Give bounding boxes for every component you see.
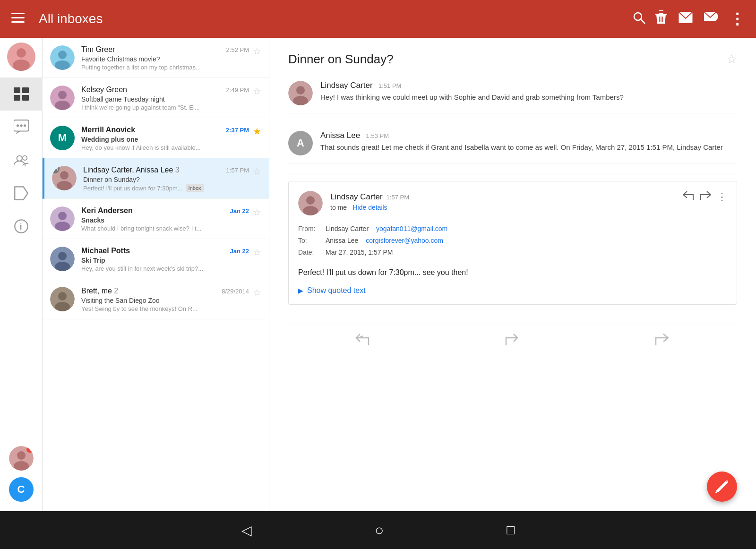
- account-avatar-1[interactable]: 1: [9, 446, 34, 471]
- email-sender-3: Merrill Anovick: [81, 126, 135, 134]
- reply-button[interactable]: [683, 191, 694, 203]
- to-email[interactable]: corgisforever@yahoo.com: [366, 235, 443, 247]
- svg-point-53: [58, 292, 67, 300]
- hide-details-link[interactable]: Hide details: [352, 204, 387, 211]
- user-avatar[interactable]: [7, 43, 35, 71]
- email-star-5[interactable]: ☆: [253, 206, 261, 218]
- email-sender-1: Tim Greer: [81, 45, 115, 54]
- svg-point-28: [23, 124, 26, 127]
- email-item-5[interactable]: Keri Andersen Jan 22 Snacks What should …: [43, 199, 269, 239]
- show-quoted-text-button[interactable]: ▶ Show quoted text: [298, 286, 727, 295]
- sidebar-item-labels[interactable]: [0, 177, 43, 210]
- email-star-6[interactable]: ☆: [253, 247, 261, 258]
- sidebar-bottom-avatars: 1 C: [9, 446, 34, 511]
- sidebar-item-all-inboxes[interactable]: [0, 77, 43, 111]
- svg-point-48: [55, 222, 70, 231]
- svg-point-57: [293, 96, 308, 105]
- message-sender-1: Lindsay Carter: [320, 81, 373, 90]
- email-star-7[interactable]: ☆: [253, 287, 261, 298]
- email-item-3[interactable]: M Merrill Anovick 2:37 PM Wedding plus o…: [43, 118, 269, 158]
- email-detail-panel: Dinner on Sunday? ☆ Lindsay Carter 1:51 …: [269, 38, 756, 511]
- email-item-4[interactable]: Lindsay Carter, Anissa Lee 3 1:57 PM Din…: [43, 158, 269, 199]
- more-msg-options[interactable]: ⋮: [717, 191, 727, 203]
- svg-point-31: [22, 156, 26, 160]
- sidebar-item-chat[interactable]: [0, 111, 43, 144]
- home-button[interactable]: ○: [375, 522, 384, 539]
- message-info-1: Lindsay Carter 1:51 PM Hey! I was thinki…: [320, 81, 737, 103]
- email-subject-2: Softball game Tuesday night: [81, 95, 249, 103]
- email-avatar-6: [50, 247, 75, 271]
- email-avatar-7: [50, 287, 75, 311]
- svg-point-56: [296, 86, 305, 94]
- svg-text:i: i: [19, 222, 22, 232]
- from-email[interactable]: yogafan011@gmail.com: [376, 223, 447, 235]
- svg-point-39: [55, 60, 70, 70]
- email-item-2[interactable]: Kelsey Green 2:49 PM Softball game Tuesd…: [43, 78, 269, 118]
- email-meta: From: Lindsay Carter yogafan011@gmail.co…: [298, 223, 727, 259]
- email-content-5: Keri Andersen Jan 22 Snacks What should …: [81, 206, 249, 232]
- detail-bottom-actions: [288, 324, 737, 359]
- reply-button-bottom[interactable]: [505, 334, 520, 349]
- message-exp-header: Lindsay Carter 1:57 PM ⋮: [298, 191, 727, 215]
- svg-point-27: [20, 124, 22, 127]
- email-item-6[interactable]: Michael Potts Jan 22 Ski Trip Hey, are y…: [43, 239, 269, 279]
- sidebar-item-info[interactable]: i: [0, 210, 43, 243]
- email-item-7[interactable]: Brett, me 2 8/29/2014 Visiting the San D…: [43, 279, 269, 319]
- email-list: Tim Greer 2:52 PM Favorite Christmas mov…: [43, 38, 269, 511]
- forward-icon[interactable]: [704, 12, 718, 26]
- divider-1: [288, 123, 737, 123]
- top-bar: All inboxes: [0, 0, 756, 38]
- top-bar-actions: ⋮: [655, 10, 745, 28]
- email-star-4[interactable]: ☆: [253, 166, 261, 177]
- email-star-3[interactable]: ★: [253, 126, 261, 137]
- to-label: To:: [298, 235, 322, 247]
- email-subject-4: Dinner on Sunday?: [83, 176, 249, 183]
- sidebar-item-contacts[interactable]: [0, 144, 43, 177]
- svg-point-50: [58, 252, 67, 260]
- message-avatar-1: [288, 81, 313, 105]
- email-item-1[interactable]: Tim Greer 2:52 PM Favorite Christmas mov…: [43, 38, 269, 78]
- main-layout: i 1 C: [0, 38, 756, 511]
- email-time-6: Jan 22: [230, 248, 249, 255]
- svg-rect-1: [11, 17, 25, 18]
- to-me-label: to me: [330, 204, 347, 211]
- svg-line-4: [641, 19, 645, 24]
- svg-point-47: [58, 212, 67, 220]
- email-star-2[interactable]: ☆: [253, 86, 261, 97]
- forward-msg-button[interactable]: [700, 191, 711, 203]
- email-star-1[interactable]: ☆: [253, 45, 261, 57]
- mark-read-icon[interactable]: [679, 12, 693, 26]
- forward-button-bottom[interactable]: [655, 334, 670, 349]
- recents-button[interactable]: □: [507, 523, 515, 538]
- sidebar: i 1 C: [0, 38, 43, 511]
- compose-fab[interactable]: [707, 472, 737, 502]
- email-preview-6: Hey, are you still in for next week's sk…: [81, 265, 249, 272]
- email-subject-7: Visiting the San Diego Zoo: [81, 297, 249, 304]
- bottom-nav: ◁ ○ □: [0, 511, 756, 549]
- delete-icon[interactable]: [655, 10, 667, 28]
- from-name: Lindsay Carter: [326, 223, 369, 235]
- show-quoted-arrow: ▶: [298, 287, 303, 294]
- email-content-4: Lindsay Carter, Anissa Lee 3 1:57 PM Din…: [83, 166, 249, 192]
- email-content-2: Kelsey Green 2:49 PM Softball game Tuesd…: [81, 86, 249, 111]
- email-time-4: 1:57 PM: [226, 167, 249, 174]
- message-sender-3: Lindsay Carter: [330, 192, 383, 202]
- svg-point-30: [17, 156, 22, 161]
- email-sender-2: Kelsey Green: [81, 86, 127, 94]
- account-avatar-2[interactable]: C: [9, 477, 34, 502]
- email-date: Mar 27, 2015, 1:57 PM: [326, 247, 393, 258]
- email-avatar-1: [50, 45, 75, 70]
- back-button[interactable]: ◁: [241, 523, 252, 538]
- more-options-icon[interactable]: ⋮: [730, 10, 745, 28]
- svg-point-19: [17, 48, 26, 58]
- message-1: Lindsay Carter 1:51 PM Hey! I was thinki…: [288, 81, 737, 113]
- svg-point-42: [55, 101, 70, 110]
- email-avatar-5: [50, 206, 75, 231]
- detail-star[interactable]: ☆: [726, 52, 737, 67]
- search-icon[interactable]: [632, 11, 645, 27]
- to-name: Anissa Lee: [326, 235, 358, 247]
- message-time-3: 1:57 PM: [387, 194, 409, 201]
- svg-point-54: [55, 302, 70, 311]
- reply-all-button-bottom[interactable]: [355, 334, 370, 349]
- menu-icon[interactable]: [11, 12, 25, 26]
